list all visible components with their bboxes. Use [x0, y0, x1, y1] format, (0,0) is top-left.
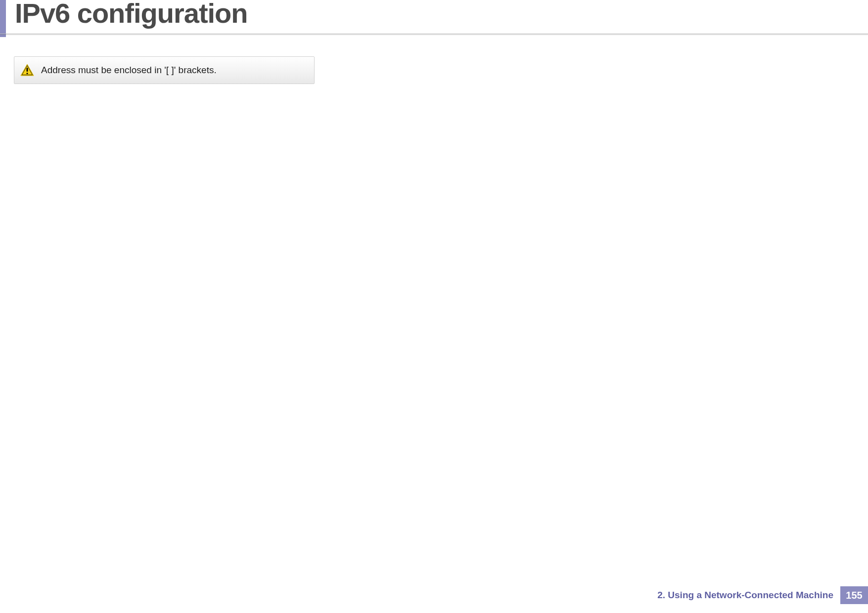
caution-box: Address must be enclosed in '[ ]' bracke… — [14, 56, 315, 84]
svg-point-1 — [26, 73, 28, 74]
page-number-box: 155 — [840, 586, 868, 604]
footer-chapter-text: 2. Using a Network-Connected Machine — [657, 590, 833, 601]
content-area: Address must be enclosed in '[ ]' bracke… — [0, 36, 868, 84]
accent-bar — [0, 0, 6, 37]
svg-rect-0 — [27, 68, 28, 72]
caution-text: Address must be enclosed in '[ ]' bracke… — [41, 65, 217, 76]
page-number: 155 — [846, 590, 862, 601]
header-area: IPv6 configuration — [0, 0, 868, 36]
caution-icon — [20, 64, 34, 77]
title-bar: IPv6 configuration — [0, 0, 868, 37]
title-divider — [0, 34, 868, 36]
footer-area: 2. Using a Network-Connected Machine 155 — [657, 586, 868, 604]
page-title: IPv6 configuration — [15, 0, 248, 29]
